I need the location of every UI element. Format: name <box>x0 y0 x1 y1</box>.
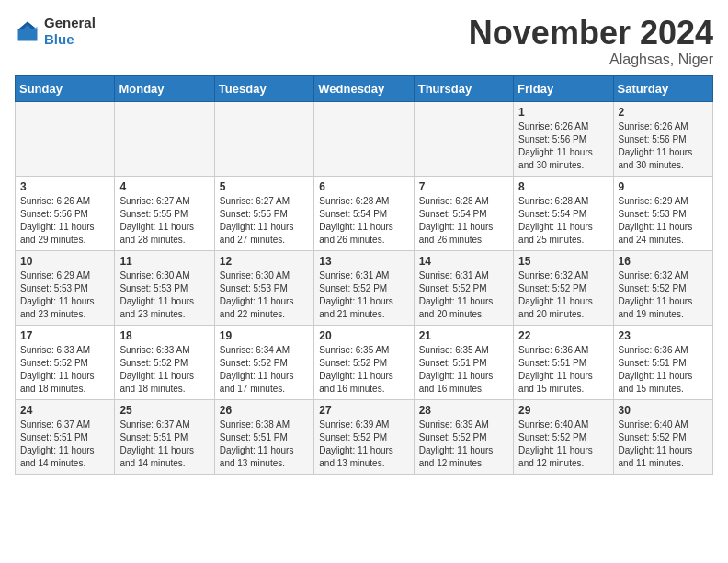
day-number: 28 <box>419 404 508 417</box>
calendar-day-10: 10Sunrise: 6:29 AM Sunset: 5:53 PM Dayli… <box>16 250 115 325</box>
day-number: 30 <box>619 404 708 417</box>
day-info: Sunrise: 6:37 AM Sunset: 5:51 PM Dayligh… <box>119 419 209 470</box>
title-block: November 2024 Alaghsas, Niger <box>469 15 713 68</box>
day-info: Sunrise: 6:26 AM Sunset: 5:56 PM Dayligh… <box>619 121 708 172</box>
day-number: 25 <box>119 404 209 417</box>
day-info: Sunrise: 6:31 AM Sunset: 5:52 PM Dayligh… <box>319 270 408 321</box>
day-info: Sunrise: 6:26 AM Sunset: 5:56 PM Dayligh… <box>518 121 608 172</box>
day-info: Sunrise: 6:33 AM Sunset: 5:52 PM Dayligh… <box>119 344 209 396</box>
day-number: 1 <box>518 106 608 119</box>
calendar-day-23: 23Sunrise: 6:36 AM Sunset: 5:51 PM Dayli… <box>613 325 712 399</box>
day-info: Sunrise: 6:34 AM Sunset: 5:52 PM Dayligh… <box>220 344 309 396</box>
calendar-day-9: 9Sunrise: 6:29 AM Sunset: 5:53 PM Daylig… <box>613 176 712 250</box>
day-number: 9 <box>619 180 708 193</box>
day-number: 20 <box>319 329 408 342</box>
calendar-day-17: 17Sunrise: 6:33 AM Sunset: 5:52 PM Dayli… <box>16 325 115 399</box>
day-number: 8 <box>518 180 608 193</box>
weekday-header-monday: Monday <box>115 75 214 101</box>
calendar-day-6: 6Sunrise: 6:28 AM Sunset: 5:54 PM Daylig… <box>314 176 414 250</box>
calendar-day-18: 18Sunrise: 6:33 AM Sunset: 5:52 PM Dayli… <box>115 325 214 399</box>
day-info: Sunrise: 6:28 AM Sunset: 5:54 PM Dayligh… <box>518 195 608 247</box>
weekday-header-saturday: Saturday <box>613 75 712 101</box>
calendar-day-19: 19Sunrise: 6:34 AM Sunset: 5:52 PM Dayli… <box>214 325 313 399</box>
calendar-day-1: 1Sunrise: 6:26 AM Sunset: 5:56 PM Daylig… <box>514 101 613 176</box>
weekday-header-tuesday: Tuesday <box>214 75 313 101</box>
calendar-day-27: 27Sunrise: 6:39 AM Sunset: 5:52 PM Dayli… <box>314 399 414 474</box>
day-number: 17 <box>20 329 109 342</box>
calendar-day-22: 22Sunrise: 6:36 AM Sunset: 5:51 PM Dayli… <box>514 325 613 399</box>
day-info: Sunrise: 6:35 AM Sunset: 5:52 PM Dayligh… <box>319 344 408 396</box>
calendar-day-20: 20Sunrise: 6:35 AM Sunset: 5:52 PM Dayli… <box>314 325 414 399</box>
calendar-day-2: 2Sunrise: 6:26 AM Sunset: 5:56 PM Daylig… <box>613 101 712 176</box>
calendar-day-5: 5Sunrise: 6:27 AM Sunset: 5:55 PM Daylig… <box>214 176 313 250</box>
weekday-header-friday: Friday <box>514 75 613 101</box>
day-number: 19 <box>220 329 309 342</box>
day-info: Sunrise: 6:27 AM Sunset: 5:55 PM Dayligh… <box>220 195 309 247</box>
day-number: 24 <box>20 404 109 417</box>
day-number: 4 <box>119 180 209 193</box>
calendar-day-13: 13Sunrise: 6:31 AM Sunset: 5:52 PM Dayli… <box>314 250 414 325</box>
calendar-table: SundayMondayTuesdayWednesdayThursdayFrid… <box>15 75 713 475</box>
day-info: Sunrise: 6:33 AM Sunset: 5:52 PM Dayligh… <box>20 344 109 396</box>
day-info: Sunrise: 6:29 AM Sunset: 5:53 PM Dayligh… <box>619 195 708 247</box>
day-info: Sunrise: 6:32 AM Sunset: 5:52 PM Dayligh… <box>619 270 708 321</box>
day-info: Sunrise: 6:35 AM Sunset: 5:51 PM Dayligh… <box>419 344 508 396</box>
day-info: Sunrise: 6:30 AM Sunset: 5:53 PM Dayligh… <box>220 270 309 321</box>
calendar-day-11: 11Sunrise: 6:30 AM Sunset: 5:53 PM Dayli… <box>115 250 214 325</box>
calendar-day-25: 25Sunrise: 6:37 AM Sunset: 5:51 PM Dayli… <box>115 399 214 474</box>
day-info: Sunrise: 6:39 AM Sunset: 5:52 PM Dayligh… <box>319 419 408 470</box>
day-number: 29 <box>518 404 608 417</box>
calendar-week-4: 17Sunrise: 6:33 AM Sunset: 5:52 PM Dayli… <box>16 325 713 399</box>
weekday-header-row: SundayMondayTuesdayWednesdayThursdayFrid… <box>16 75 713 101</box>
page-header: General Blue November 2024 Alaghsas, Nig… <box>15 15 713 68</box>
calendar-day-24: 24Sunrise: 6:37 AM Sunset: 5:51 PM Dayli… <box>16 399 115 474</box>
day-number: 7 <box>419 180 508 193</box>
day-info: Sunrise: 6:36 AM Sunset: 5:51 PM Dayligh… <box>619 344 708 396</box>
location: Alaghsas, Niger <box>469 52 713 68</box>
day-info: Sunrise: 6:31 AM Sunset: 5:52 PM Dayligh… <box>419 270 508 321</box>
day-number: 23 <box>619 329 708 342</box>
calendar-day-30: 30Sunrise: 6:40 AM Sunset: 5:52 PM Dayli… <box>613 399 712 474</box>
weekday-header-wednesday: Wednesday <box>314 75 414 101</box>
day-number: 15 <box>518 255 608 268</box>
calendar-day-29: 29Sunrise: 6:40 AM Sunset: 5:52 PM Dayli… <box>514 399 613 474</box>
day-number: 5 <box>220 180 309 193</box>
calendar-week-3: 10Sunrise: 6:29 AM Sunset: 5:53 PM Dayli… <box>16 250 713 325</box>
day-number: 21 <box>419 329 508 342</box>
calendar-day-14: 14Sunrise: 6:31 AM Sunset: 5:52 PM Dayli… <box>414 250 513 325</box>
day-number: 16 <box>619 255 708 268</box>
day-info: Sunrise: 6:28 AM Sunset: 5:54 PM Dayligh… <box>319 195 408 247</box>
calendar-day-15: 15Sunrise: 6:32 AM Sunset: 5:52 PM Dayli… <box>514 250 613 325</box>
day-info: Sunrise: 6:36 AM Sunset: 5:51 PM Dayligh… <box>518 344 608 396</box>
calendar-day-12: 12Sunrise: 6:30 AM Sunset: 5:53 PM Dayli… <box>214 250 313 325</box>
calendar-day-28: 28Sunrise: 6:39 AM Sunset: 5:52 PM Dayli… <box>414 399 513 474</box>
calendar-day-21: 21Sunrise: 6:35 AM Sunset: 5:51 PM Dayli… <box>414 325 513 399</box>
calendar-empty <box>414 101 513 176</box>
day-number: 11 <box>119 255 209 268</box>
day-number: 10 <box>20 255 109 268</box>
calendar-empty <box>314 101 414 176</box>
calendar-day-8: 8Sunrise: 6:28 AM Sunset: 5:54 PM Daylig… <box>514 176 613 250</box>
day-info: Sunrise: 6:28 AM Sunset: 5:54 PM Dayligh… <box>419 195 508 247</box>
weekday-header-sunday: Sunday <box>16 75 115 101</box>
calendar-day-26: 26Sunrise: 6:38 AM Sunset: 5:51 PM Dayli… <box>214 399 313 474</box>
day-number: 27 <box>319 404 408 417</box>
calendar-week-5: 24Sunrise: 6:37 AM Sunset: 5:51 PM Dayli… <box>16 399 713 474</box>
day-info: Sunrise: 6:27 AM Sunset: 5:55 PM Dayligh… <box>119 195 209 247</box>
day-number: 6 <box>319 180 408 193</box>
day-info: Sunrise: 6:38 AM Sunset: 5:51 PM Dayligh… <box>220 419 309 470</box>
day-number: 14 <box>419 255 508 268</box>
logo-general: General <box>44 15 96 30</box>
day-info: Sunrise: 6:37 AM Sunset: 5:51 PM Dayligh… <box>20 419 109 470</box>
calendar-empty <box>16 101 115 176</box>
calendar-week-2: 3Sunrise: 6:26 AM Sunset: 5:56 PM Daylig… <box>16 176 713 250</box>
logo-text: General Blue <box>44 15 96 48</box>
calendar-header: SundayMondayTuesdayWednesdayThursdayFrid… <box>16 75 713 101</box>
day-info: Sunrise: 6:29 AM Sunset: 5:53 PM Dayligh… <box>20 270 109 321</box>
month-title: November 2024 <box>469 15 713 52</box>
calendar-day-3: 3Sunrise: 6:26 AM Sunset: 5:56 PM Daylig… <box>16 176 115 250</box>
logo-icon <box>15 18 40 44</box>
day-number: 13 <box>319 255 408 268</box>
calendar-empty <box>115 101 214 176</box>
calendar-week-1: 1Sunrise: 6:26 AM Sunset: 5:56 PM Daylig… <box>16 101 713 176</box>
